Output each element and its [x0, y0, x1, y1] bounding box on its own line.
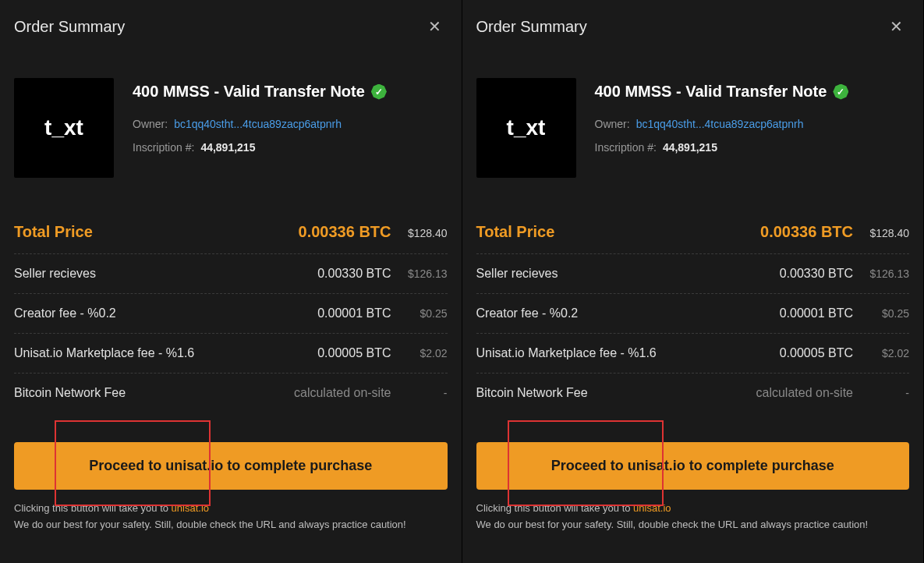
line-btc: 0.00330 BTC [780, 267, 853, 281]
price-breakdown: Total Price 0.00336 BTC $128.40 Seller r… [476, 211, 910, 413]
line-creator-fee: Creator fee - %0.2 0.00001 BTC $0.25 [14, 294, 448, 334]
line-creator-fee: Creator fee - %0.2 0.00001 BTC $0.25 [476, 294, 910, 334]
panel-header: Order Summary ✕ [476, 14, 910, 39]
line-label: Unisat.io Marketplace fee - %1.6 [14, 346, 194, 360]
close-icon: ✕ [428, 18, 441, 35]
line-btc: calculated on-site [756, 386, 853, 400]
order-summary-panel: Order Summary ✕ t_xt 400 MMSS - Valid Tr… [0, 0, 462, 563]
footer-disclaimer: Clicking this button will take you to un… [14, 501, 448, 533]
item-info: 400 MMSS - Valid Transfer Note ✓ Owner: … [595, 78, 910, 178]
line-usd: $0.25 [405, 307, 448, 320]
item-title: 400 MMSS - Valid Transfer Note [133, 83, 365, 101]
item-info: 400 MMSS - Valid Transfer Note ✓ Owner: … [133, 78, 448, 178]
footer-link[interactable]: unisat.io [633, 502, 671, 514]
line-btc: 0.00330 BTC [317, 267, 391, 281]
line-seller-receives: Seller recieves 0.00330 BTC $126.13 [476, 254, 910, 294]
item-thumbnail: t_xt [14, 78, 114, 178]
line-label: Creator fee - %0.2 [476, 306, 579, 320]
close-button[interactable]: ✕ [883, 14, 909, 39]
owner-row: Owner: bc1qq40stht...4tcua89zacp6atpnrh [133, 118, 448, 130]
line-usd: $2.02 [405, 347, 448, 359]
footer-caution: We do our best for your safety. Still, d… [476, 519, 869, 530]
price-breakdown: Total Price 0.00336 BTC $128.40 Seller r… [14, 211, 448, 413]
footer-caution: We do our best for your safety. Still, d… [14, 519, 406, 530]
line-label: Unisat.io Marketplace fee - %1.6 [476, 346, 657, 360]
line-label: Seller recieves [14, 267, 96, 281]
line-usd: $128.40 [405, 227, 448, 239]
owner-address-link[interactable]: bc1qq40stht...4tcua89zacp6atpnrh [174, 118, 342, 130]
verified-badge-icon: ✓ [371, 84, 387, 100]
inscription-number: 44,891,215 [663, 141, 717, 154]
line-btc: 0.00001 BTC [317, 306, 391, 320]
line-label: Seller recieves [476, 267, 558, 281]
item-thumbnail: t_xt [476, 78, 576, 178]
item-row: t_xt 400 MMSS - Valid Transfer Note ✓ Ow… [14, 78, 448, 178]
owner-row: Owner: bc1qq40stht...4tcua89zacp6atpnrh [595, 118, 910, 130]
order-summary-panel: Order Summary ✕ t_xt 400 MMSS - Valid Tr… [462, 0, 925, 563]
line-btc: 0.00336 BTC [299, 223, 391, 241]
item-title: 400 MMSS - Valid Transfer Note [595, 83, 827, 101]
cta-wrap: Proceed to unisat.io to complete purchas… [14, 442, 448, 490]
line-network-fee: Bitcoin Network Fee calculated on-site - [476, 374, 910, 413]
inscription-label: Inscription #: [133, 141, 194, 154]
footer-prefix: Clicking this button will take you to [476, 502, 634, 514]
line-marketplace-fee: Unisat.io Marketplace fee - %1.6 0.00005… [476, 334, 910, 374]
line-btc: 0.00001 BTC [780, 306, 853, 320]
line-usd: - [867, 387, 909, 399]
inscription-row: Inscription #: 44,891,215 [595, 141, 910, 154]
item-title-row: 400 MMSS - Valid Transfer Note ✓ [133, 83, 448, 101]
line-label: Total Price [14, 223, 93, 241]
line-btc: calculated on-site [294, 386, 391, 400]
line-usd: $126.13 [867, 267, 909, 280]
panel-title: Order Summary [476, 18, 587, 36]
footer-disclaimer: Clicking this button will take you to un… [476, 501, 910, 533]
footer-link[interactable]: unisat.io [172, 502, 209, 514]
close-button[interactable]: ✕ [422, 14, 448, 39]
line-total-price: Total Price 0.00336 BTC $128.40 [476, 211, 910, 254]
proceed-button[interactable]: Proceed to unisat.io to complete purchas… [476, 442, 910, 490]
inscription-label: Inscription #: [595, 141, 657, 154]
owner-label: Owner: [133, 118, 168, 130]
line-usd: $126.13 [405, 267, 448, 280]
panel-title: Order Summary [14, 18, 125, 36]
line-label: Creator fee - %0.2 [14, 306, 116, 320]
owner-label: Owner: [595, 118, 630, 130]
owner-address-link[interactable]: bc1qq40stht...4tcua89zacp6atpnrh [636, 118, 804, 130]
line-label: Total Price [476, 223, 555, 241]
line-marketplace-fee: Unisat.io Marketplace fee - %1.6 0.00005… [14, 334, 448, 374]
footer-prefix: Clicking this button will take you to [14, 502, 172, 514]
line-usd: $0.25 [867, 307, 909, 320]
line-btc: 0.00336 BTC [760, 223, 853, 241]
inscription-number: 44,891,215 [200, 141, 255, 154]
line-btc: 0.00005 BTC [317, 346, 391, 360]
panel-header: Order Summary ✕ [14, 14, 448, 39]
line-label: Bitcoin Network Fee [14, 386, 126, 400]
line-network-fee: Bitcoin Network Fee calculated on-site - [14, 374, 448, 413]
inscription-row: Inscription #: 44,891,215 [133, 141, 448, 154]
verified-badge-icon: ✓ [833, 84, 848, 100]
line-usd: - [405, 387, 448, 399]
line-usd: $2.02 [867, 347, 909, 359]
line-usd: $128.40 [867, 227, 909, 239]
proceed-button[interactable]: Proceed to unisat.io to complete purchas… [14, 442, 448, 490]
item-row: t_xt 400 MMSS - Valid Transfer Note ✓ Ow… [476, 78, 910, 178]
line-seller-receives: Seller recieves 0.00330 BTC $126.13 [14, 254, 448, 294]
cta-wrap: Proceed to unisat.io to complete purchas… [476, 442, 910, 490]
line-label: Bitcoin Network Fee [476, 386, 588, 400]
line-total-price: Total Price 0.00336 BTC $128.40 [14, 211, 448, 254]
line-btc: 0.00005 BTC [780, 346, 853, 360]
close-icon: ✕ [890, 18, 903, 35]
item-title-row: 400 MMSS - Valid Transfer Note ✓ [595, 83, 910, 101]
